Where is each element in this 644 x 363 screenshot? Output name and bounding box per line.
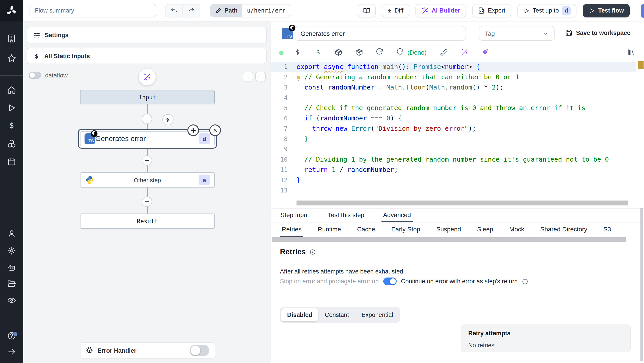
code-line[interactable]: } <box>295 134 636 144</box>
undo-button[interactable] <box>166 4 183 17</box>
windmill-logo[interactable] <box>0 0 23 22</box>
ai-flow-wand-button[interactable] <box>139 69 156 86</box>
retry-mode-constant[interactable]: Constant <box>319 308 355 321</box>
step-name-input[interactable] <box>295 26 466 41</box>
favorites-star-icon[interactable] <box>7 54 16 63</box>
subtab-mock[interactable]: Mock <box>507 222 526 237</box>
code-line[interactable]: if (randomNumber === 0) { <box>295 113 636 124</box>
code-line[interactable]: export async function main(): Promise<nu… <box>295 62 636 72</box>
subtab-s3[interactable]: S3 <box>602 222 613 237</box>
tab-test-this-step[interactable]: Test this step <box>326 209 366 222</box>
export-button[interactable]: Export <box>472 4 511 17</box>
top-toolbar: Path u/henri/err ± Diff AI Builder Expor… <box>23 0 644 22</box>
error-handler-toggle[interactable] <box>190 345 209 356</box>
subtab-cache[interactable]: Cache <box>355 222 377 237</box>
retry-attempts-value: No retries <box>468 342 623 349</box>
info-icon[interactable] <box>522 278 528 284</box>
subtab-early-stop[interactable]: Early Stop <box>390 222 422 237</box>
subtab-retries[interactable]: Retries <box>280 222 304 237</box>
path-button[interactable]: Path u/henri/err <box>210 4 290 17</box>
subtab-sleep[interactable]: Sleep <box>476 222 495 237</box>
ai-sparkles-icon-button[interactable] <box>481 48 489 56</box>
info-icon[interactable] <box>309 249 316 255</box>
runs-play-icon[interactable] <box>7 103 16 112</box>
ai-builder-button[interactable]: AI Builder <box>416 4 466 17</box>
subtab-suspend[interactable]: Suspend <box>434 222 463 237</box>
tag-select[interactable]: Tag <box>479 26 554 41</box>
ts-label: TS <box>88 138 94 143</box>
retry-mode-disabled[interactable]: Disabled <box>281 308 318 321</box>
dynamic-inputs-icon-button[interactable]: $ <box>314 48 322 58</box>
schedules-calendar-icon[interactable] <box>7 157 16 166</box>
code-line[interactable] <box>295 144 636 154</box>
add-step-button[interactable] <box>142 155 152 166</box>
deploy-button-edge[interactable] <box>641 4 644 18</box>
docs-button[interactable] <box>358 4 376 17</box>
flow-node-input[interactable]: Input <box>80 90 215 104</box>
delete-step-button[interactable] <box>209 124 221 136</box>
static-inputs-card[interactable]: $ All Static Inputs <box>27 48 266 64</box>
code-line[interactable]: } <box>295 175 636 185</box>
user-icon[interactable] <box>7 229 16 238</box>
code-line[interactable]: // Generating a random number that can e… <box>295 72 636 82</box>
code-line[interactable]: return 1 / randomNumber; <box>295 165 636 175</box>
static-inputs-icon-button[interactable]: $ <box>294 48 302 58</box>
dollar-icon: $ <box>33 53 40 59</box>
format-brush-icon-button[interactable] <box>440 48 448 56</box>
subtab-runtime[interactable]: Runtime <box>316 222 343 237</box>
workers-robot-icon[interactable] <box>7 263 16 272</box>
dataflow-toggle[interactable] <box>28 72 41 79</box>
zoom-in-button[interactable]: + <box>243 72 253 82</box>
tab-step-input[interactable]: Step Input <box>278 209 311 222</box>
zoom-in-label: + <box>246 73 250 80</box>
reload-icon-button[interactable] <box>376 48 383 56</box>
error-handler-card[interactable]: Error Handler <box>80 342 215 358</box>
code-editor[interactable]: 12345678910111213 export async function … <box>271 61 644 207</box>
subtab-shared-directory[interactable]: Shared Directory <box>538 222 589 237</box>
editor-code-area[interactable]: export async function main(): Promise<nu… <box>295 61 644 207</box>
add-trigger-button[interactable] <box>162 114 174 125</box>
test-up-to-button[interactable]: Test up to d <box>518 4 577 17</box>
package-icon-button[interactable] <box>355 48 363 56</box>
code-line[interactable] <box>295 185 636 196</box>
package-icon-button[interactable] <box>334 48 342 56</box>
settings-gear-icon[interactable] <box>7 246 16 255</box>
editor-horizontal-scrollbar[interactable] <box>296 201 628 205</box>
move-step-button[interactable] <box>188 124 199 136</box>
retry-mode-exponential[interactable]: Exponential <box>356 308 399 321</box>
zoom-out-button[interactable]: − <box>255 72 266 82</box>
variables-dollar-icon[interactable]: $ <box>7 121 16 130</box>
folders-icon[interactable] <box>7 279 16 288</box>
code-line[interactable]: const randomNumber = Math.floor(Math.ran… <box>295 82 636 93</box>
audit-eye-icon[interactable] <box>7 296 16 305</box>
save-to-workspace-button[interactable]: Save to workspace <box>565 29 630 36</box>
panel-vertical-scrollbar[interactable] <box>640 208 643 361</box>
test-flow-button[interactable]: Test flow <box>583 4 630 17</box>
code-line[interactable]: throw new Error("Division by zero error"… <box>295 124 636 134</box>
flow-node-other-step[interactable]: Other step e <box>80 172 215 188</box>
chevron-down-icon <box>542 30 549 37</box>
flow-settings-card[interactable]: Settings <box>27 27 266 44</box>
tab-advanced[interactable]: Advanced <box>381 209 413 222</box>
deno-icon <box>91 130 98 137</box>
flow-summary-input[interactable] <box>30 4 156 18</box>
tab-label: Step Input <box>280 211 309 218</box>
ai-wand-icon-button[interactable] <box>461 48 468 56</box>
add-step-button[interactable] <box>142 196 152 207</box>
flow-node-result[interactable]: Result <box>80 213 215 229</box>
add-step-button[interactable] <box>142 114 152 124</box>
home-icon[interactable] <box>7 86 16 95</box>
reset-runtime-icon-button[interactable] <box>396 48 404 56</box>
collapse-arrow-icon[interactable] <box>7 347 16 356</box>
code-line[interactable]: // Dividing 1 by the generated random nu… <box>295 154 636 165</box>
workspace-building-icon[interactable] <box>7 34 16 43</box>
continue-on-error-toggle[interactable] <box>383 277 396 285</box>
diff-button[interactable]: ± Diff <box>382 4 410 17</box>
subtabs-horizontal-scrollbar[interactable] <box>272 237 626 242</box>
resources-boxes-icon[interactable] <box>7 139 16 148</box>
code-line[interactable]: // Check if the generated random number … <box>295 103 636 113</box>
deno-runtime-label[interactable]: (Deno) <box>408 49 427 56</box>
library-icon-button[interactable] <box>627 48 634 56</box>
code-line[interactable] <box>295 93 636 103</box>
redo-button[interactable] <box>183 4 200 17</box>
